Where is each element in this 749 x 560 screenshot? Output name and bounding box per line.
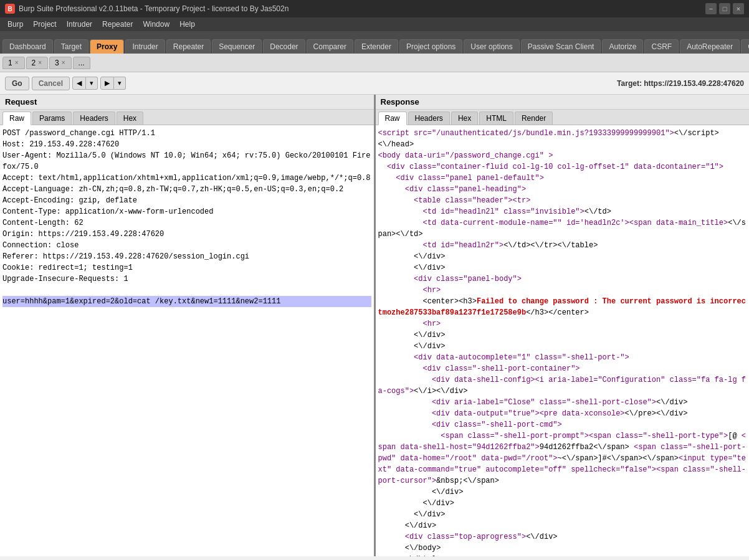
response-tab-render[interactable]: Render <box>515 112 553 125</box>
response-line: <td id="headln2r"><\/td><\/tr><\/table> <box>378 240 747 251</box>
response-line: <hr> <box>378 285 747 296</box>
maximize-button[interactable]: □ <box>719 3 730 14</box>
repeater-tab-2[interactable]: 2 × <box>26 57 49 69</box>
prev-dropdown-button[interactable]: ▾ <box>86 77 98 90</box>
response-line: <div aria-label="Close" class="-shell-po… <box>378 397 747 408</box>
main-tab-decoder[interactable]: Decoder <box>263 39 305 54</box>
main-tab-intruder[interactable]: Intruder <box>125 39 165 54</box>
response-line: <script src="/unauthenticated/js/bundle.… <box>378 128 747 139</box>
menu-item-intruder[interactable]: Intruder <box>62 19 97 30</box>
response-tabs: RawHeadersHexHTMLRender <box>376 110 750 125</box>
next-dropdown-button[interactable]: ▾ <box>114 77 126 90</box>
window-controls: − □ × <box>705 3 744 14</box>
menu-item-help[interactable]: Help <box>174 19 200 30</box>
response-line: <span class="-shell-port-prompt"><span c… <box>378 430 747 486</box>
next-button[interactable]: ▶ <box>100 77 114 90</box>
repeater-tab-1[interactable]: 1 × <box>2 57 25 69</box>
response-line: <\/html> <box>378 554 747 556</box>
request-line: Accept: text/html,application/xhtml+xml,… <box>2 173 371 184</box>
response-line: <\/div> <box>378 509 747 520</box>
toolbar: Go Cancel ◀ ▾ ▶ ▾ Target: https://219.15… <box>0 72 749 95</box>
main-tab-extender[interactable]: Extender <box>355 39 398 54</box>
main-tab-sequencer[interactable]: Sequencer <box>212 39 262 54</box>
request-line: Content-Length: 62 <box>2 217 371 229</box>
response-line: <\/body> <box>378 543 747 554</box>
main-tab-proxy[interactable]: Proxy <box>90 39 124 54</box>
main-content: Request RawParamsHeadersHex POST /passwo… <box>0 95 749 556</box>
menu-bar: BurpProjectIntruderRepeaterWindowHelp <box>0 17 749 31</box>
response-tab-headers[interactable]: Headers <box>408 112 450 125</box>
response-line: <\/head> <box>378 139 747 150</box>
main-tab-comparer[interactable]: Comparer <box>307 39 353 54</box>
response-line: <\/div> <box>378 251 747 262</box>
main-tab-autorize[interactable]: Autorize <box>602 39 643 54</box>
response-line: <div class="top-aprogress"><\/div> <box>378 531 747 543</box>
main-tab-project-options[interactable]: Project options <box>399 39 462 54</box>
menu-item-repeater[interactable]: Repeater <box>97 19 138 30</box>
response-line: <\/div> <box>378 262 747 273</box>
response-line: <div class="panel panel-default"> <box>378 173 747 184</box>
main-tab-repeater[interactable]: Repeater <box>166 39 211 54</box>
request-line: Cookie: redirect=1; testing=1 <box>2 262 371 273</box>
request-line: Upgrade-Insecure-Requests: 1 <box>2 273 371 285</box>
response-content[interactable]: <script src="/unauthenticated/js/bundle.… <box>376 125 750 556</box>
request-line: Content-Type: application/x-www-form-url… <box>2 206 371 217</box>
menu-item-burp[interactable]: Burp <box>2 19 28 30</box>
tab-close-icon[interactable]: × <box>14 59 19 66</box>
request-line: Origin: https://219.153.49.228:47620 <box>2 229 371 240</box>
request-panel: Request RawParamsHeadersHex POST /passwo… <box>0 95 376 556</box>
repeater-tab-more[interactable]: ... <box>73 57 90 69</box>
main-tab-dashboard[interactable]: Dashboard <box>2 39 53 54</box>
request-line: POST /password_change.cgi HTTP/1.1 <box>2 128 371 139</box>
response-tab-html[interactable]: HTML <box>479 112 513 125</box>
response-line: <div class="-shell-port-container"> <box>378 363 747 374</box>
request-line: Connection: close <box>2 240 371 251</box>
request-line: Referer: https://219.153.49.228:47620/se… <box>2 251 371 262</box>
window-title: Burp Suite Professional v2.0.11beta - Te… <box>19 4 705 13</box>
response-tab-hex[interactable]: Hex <box>451 112 478 125</box>
menu-item-project[interactable]: Project <box>28 19 61 30</box>
request-tab-hex[interactable]: Hex <box>117 112 143 125</box>
request-line <box>2 285 371 296</box>
prev-button[interactable]: ◀ <box>72 77 86 90</box>
repeater-tab-3[interactable]: 3 × <box>49 57 72 69</box>
main-tab-passive-scan-client[interactable]: Passive Scan Client <box>521 39 601 54</box>
response-line: <div class="container-fluid col-lg-10 co… <box>378 161 747 173</box>
response-line: <\/div> <box>378 330 747 341</box>
response-line: <td id="headln2l" class="invisible"><\/t… <box>378 206 747 217</box>
response-panel: Response RawHeadersHexHTMLRender <script… <box>376 95 750 556</box>
response-line: <body data-uri="/password_change.cgi" > <box>378 150 747 161</box>
menu-item-window[interactable]: Window <box>138 19 174 30</box>
main-tab-target[interactable]: Target <box>54 39 88 54</box>
response-line: <td data-current-module-name="" id='head… <box>378 217 747 240</box>
request-line: Accept-Encoding: gzip, deflate <box>2 195 371 206</box>
response-tab-raw[interactable]: Raw <box>378 112 407 125</box>
request-header: Request <box>0 95 374 110</box>
response-line: <table class="header"><tr> <box>378 195 747 206</box>
response-line: <div class="-shell-port-cmd"> <box>378 419 747 430</box>
request-line: Accept-Language: zh-CN,zh;q=0.8,zh-TW;q=… <box>2 184 371 195</box>
minimize-button[interactable]: − <box>705 3 717 14</box>
response-line: <div data-autocomplete="1" class="-shell… <box>378 352 747 363</box>
response-line: <\/div> <box>378 341 747 352</box>
request-tab-raw[interactable]: Raw <box>2 112 31 125</box>
tab-close-icon[interactable]: × <box>61 59 66 66</box>
request-content[interactable]: POST /password_change.cgi HTTP/1.1Host: … <box>0 125 374 556</box>
close-button[interactable]: × <box>733 3 744 14</box>
main-tab-co2[interactable]: CO2 <box>741 39 749 54</box>
app-icon: B <box>5 4 15 14</box>
response-line: <div data-shell-config><i aria-label="Co… <box>378 374 747 397</box>
title-bar: B Burp Suite Professional v2.0.11beta - … <box>0 0 749 17</box>
tab-close-icon[interactable]: × <box>37 59 42 66</box>
response-line: <center><h3>Failed to change password : … <box>378 296 747 318</box>
cancel-button[interactable]: Cancel <box>32 77 70 90</box>
go-button[interactable]: Go <box>5 77 29 90</box>
request-tab-headers[interactable]: Headers <box>73 112 115 125</box>
request-tab-params[interactable]: Params <box>32 112 72 125</box>
main-tab-csrf[interactable]: CSRF <box>644 39 679 54</box>
response-header: Response <box>376 95 750 110</box>
response-line: <div data-output="true"><pre data-xconso… <box>378 408 747 419</box>
main-tab-user-options[interactable]: User options <box>464 39 519 54</box>
response-line: <div class="panel-heading"> <box>378 184 747 195</box>
main-tab-autorepeater[interactable]: AutoRepeater <box>680 39 740 54</box>
